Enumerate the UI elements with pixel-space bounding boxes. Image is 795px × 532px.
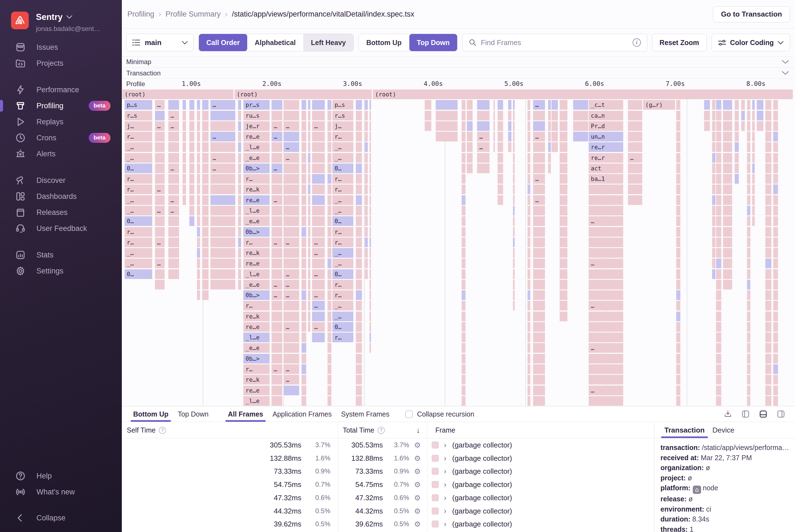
- table-row[interactable]: 47.32ms0.6%47.32ms0.6%⚙›(garbage collect…: [122, 491, 655, 505]
- expand-chevron-icon[interactable]: ›: [444, 520, 447, 528]
- sidebar-item-releases[interactable]: Releases: [0, 204, 121, 221]
- table-row[interactable]: 73.33ms0.9%73.33ms0.9%⚙›(garbage collect…: [122, 464, 655, 478]
- time-tick: 6.00s: [574, 80, 604, 87]
- thread-select[interactable]: main: [126, 34, 194, 51]
- detail-key: environment:: [661, 505, 704, 513]
- frame-name[interactable]: (garbage collector): [452, 467, 512, 476]
- time-tick: 1.00s: [170, 80, 201, 87]
- detail-row: environment: ci: [661, 504, 791, 514]
- info-icon[interactable]: i: [632, 38, 641, 47]
- sidebar-item-collapse[interactable]: Collapse: [0, 510, 121, 526]
- tab-all-frames[interactable]: All Frames: [223, 406, 268, 422]
- download-icon[interactable]: [724, 410, 732, 418]
- chevron-down-icon[interactable]: [782, 60, 789, 64]
- color-coding-button[interactable]: Color Coding: [712, 34, 790, 51]
- sort-call-order[interactable]: Call Order: [199, 34, 247, 51]
- profile-axis-strip: Profile 1.00s2.00s3.00s4.00s5.00s6.00s7.…: [122, 79, 795, 89]
- feedback-icon: [14, 222, 26, 234]
- gear-icon[interactable]: ⚙: [411, 520, 423, 528]
- total-time-percent: 0.7%: [387, 481, 409, 488]
- crumb-profiling[interactable]: Profiling: [127, 10, 154, 19]
- chevron-down-icon[interactable]: [782, 71, 789, 75]
- detail-row: platform: ⌂node: [661, 483, 791, 494]
- sidebar-item-performance[interactable]: Performance: [0, 82, 121, 98]
- sort-alphabetical[interactable]: Alphabetical: [247, 34, 304, 51]
- sort-left-heavy[interactable]: Left Heavy: [304, 34, 353, 51]
- detail-value: ci: [706, 505, 711, 513]
- gear-icon[interactable]: ⚙: [411, 507, 423, 515]
- sidebar-item-settings[interactable]: Settings: [0, 263, 121, 279]
- frame-color-swatch: [432, 481, 439, 488]
- crumb-profile-summary[interactable]: Profile Summary: [166, 10, 221, 19]
- sidebar-item-projects[interactable]: Projects: [0, 55, 121, 71]
- total-time-header[interactable]: Total Time?: [343, 422, 385, 438]
- sentry-logo-icon[interactable]: [11, 12, 29, 29]
- frame-header[interactable]: Frame: [435, 422, 455, 438]
- sidebar-item-discover[interactable]: Discover: [0, 172, 121, 188]
- tab-transaction[interactable]: Transaction: [661, 422, 708, 438]
- table-row[interactable]: 44.32ms0.5%44.32ms0.5%⚙›(garbage collect…: [122, 505, 655, 518]
- sidebar-item-alerts[interactable]: Alerts: [0, 146, 121, 162]
- gear-icon[interactable]: ⚙: [411, 480, 423, 489]
- self-time-value: 54.75ms: [238, 480, 301, 489]
- detail-key: release:: [661, 495, 687, 503]
- expand-chevron-icon[interactable]: ›: [444, 441, 447, 450]
- tab-application-frames[interactable]: Application Frames: [268, 406, 337, 422]
- sort-desc-icon[interactable]: ↓: [416, 422, 420, 438]
- expand-chevron-icon[interactable]: ›: [444, 493, 447, 502]
- layout-bottom-icon[interactable]: [759, 410, 768, 418]
- sidebar-item-help[interactable]: Help: [0, 468, 121, 484]
- expand-chevron-icon[interactable]: ›: [444, 467, 447, 476]
- sidebar-item-crons[interactable]: Cronsbeta: [0, 130, 121, 146]
- table-row[interactable]: 54.75ms0.7%54.75ms0.7%⚙›(garbage collect…: [122, 478, 655, 491]
- gear-icon[interactable]: ⚙: [411, 441, 423, 450]
- go-to-transaction-button[interactable]: Go to Transaction: [713, 6, 790, 22]
- frame-name[interactable]: (garbage collector): [452, 507, 512, 515]
- thread-name: main: [145, 38, 162, 47]
- table-row[interactable]: 39.62ms0.5%39.62ms0.5%⚙›(garbage collect…: [122, 517, 655, 531]
- expand-chevron-icon[interactable]: ›: [444, 480, 447, 489]
- sidebar-item-profiling[interactable]: Profilingbeta: [0, 98, 121, 114]
- expand-chevron-icon[interactable]: ›: [444, 454, 447, 462]
- sidebar-item-dashboards[interactable]: Dashboards: [0, 188, 121, 204]
- tab-top-down[interactable]: Top Down: [173, 406, 213, 422]
- frame-name[interactable]: (garbage collector): [452, 520, 512, 528]
- table-row[interactable]: 305.53ms3.7%305.53ms3.7%⚙›(garbage colle…: [122, 438, 655, 452]
- crons-icon: [14, 132, 26, 144]
- minimap-strip[interactable]: Minimap: [122, 56, 795, 68]
- sidebar-item-stats[interactable]: Stats: [0, 247, 121, 263]
- reset-zoom-button[interactable]: Reset Zoom: [652, 34, 706, 51]
- transaction-strip[interactable]: Transaction: [122, 68, 795, 79]
- frame-name[interactable]: (garbage collector): [452, 493, 512, 502]
- flamegraph-canvas[interactable]: [122, 89, 795, 406]
- frames-table-header: Self Time? Total Time? ↓ Frame: [122, 422, 655, 438]
- sidebar-item-replays[interactable]: Replays: [0, 114, 121, 130]
- tab-bottom-up[interactable]: Bottom Up: [129, 406, 173, 422]
- expand-chevron-icon[interactable]: ›: [444, 507, 447, 515]
- collapse-recursion-checkbox[interactable]: [405, 411, 413, 418]
- frame-name[interactable]: (garbage collector): [452, 441, 512, 450]
- direction-bottom-up[interactable]: Bottom Up: [359, 34, 410, 51]
- frame-name[interactable]: (garbage collector): [452, 454, 512, 462]
- layout-left-icon[interactable]: [741, 410, 750, 418]
- issues-icon: [14, 41, 26, 53]
- sidebar-item-user-feedback[interactable]: User Feedback: [0, 221, 121, 236]
- tab-device[interactable]: Device: [708, 422, 738, 438]
- gear-icon[interactable]: ⚙: [411, 454, 423, 462]
- sidebar-item-what-s-new[interactable]: What's new: [0, 484, 121, 500]
- details-tabs: Transaction Device: [655, 422, 795, 438]
- help-icon[interactable]: ?: [378, 427, 385, 434]
- tab-system-frames[interactable]: System Frames: [337, 406, 394, 422]
- self-time-header[interactable]: Self Time?: [127, 422, 166, 438]
- frame-name[interactable]: (garbage collector): [452, 480, 512, 489]
- search-input[interactable]: [481, 38, 628, 47]
- direction-top-down[interactable]: Top Down: [410, 34, 457, 51]
- layout-right-icon[interactable]: [777, 410, 785, 418]
- gear-icon[interactable]: ⚙: [411, 493, 423, 502]
- table-row[interactable]: 132.88ms1.6%132.88ms1.6%⚙›(garbage colle…: [122, 452, 655, 465]
- org-switcher[interactable]: Sentry: [36, 12, 116, 22]
- sidebar-item-issues[interactable]: Issues: [0, 39, 121, 55]
- time-axis: 1.00s2.00s3.00s4.00s5.00s6.00s7.00s8.00s: [122, 79, 795, 89]
- help-icon[interactable]: ?: [159, 427, 166, 434]
- gear-icon[interactable]: ⚙: [411, 467, 423, 476]
